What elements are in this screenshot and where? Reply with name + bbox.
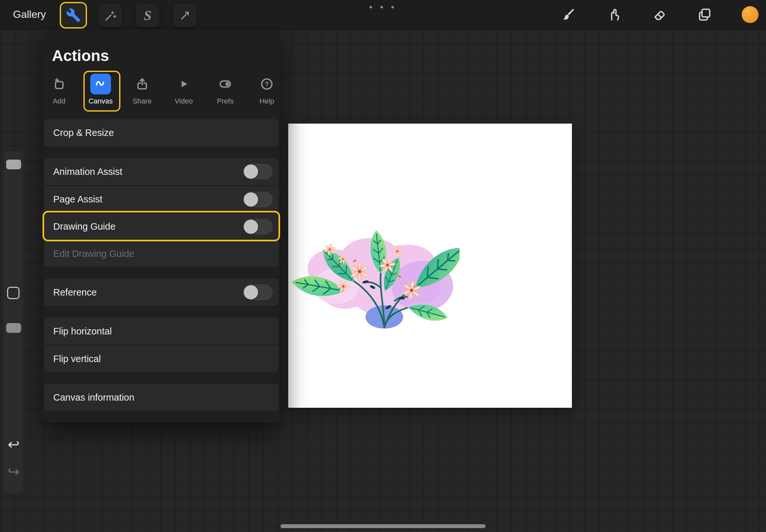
- row-crop-resize[interactable]: Crop & Resize: [44, 119, 278, 146]
- home-indicator[interactable]: [280, 524, 486, 528]
- panel-title: Actions: [52, 47, 280, 65]
- redo-button[interactable]: ↪: [4, 465, 23, 479]
- video-play-icon: [173, 74, 194, 94]
- tab-canvas[interactable]: Canvas: [90, 74, 111, 105]
- paint-tool-button[interactable]: [557, 3, 580, 26]
- row-page-assist[interactable]: Page Assist: [44, 185, 278, 212]
- toggle-knob: [244, 192, 258, 207]
- row-flip-horizontal[interactable]: Flip horizontal: [44, 318, 278, 345]
- tab-video[interactable]: Video: [173, 74, 194, 105]
- share-icon: [132, 74, 152, 94]
- actions-panel: Actions Add Canvas: [43, 29, 280, 422]
- flower-artwork: [287, 210, 460, 333]
- tab-help[interactable]: ? Help: [256, 74, 277, 105]
- tab-add-label: Add: [53, 97, 65, 105]
- help-icon: ?: [256, 74, 277, 94]
- redo-icon: ↪: [8, 464, 20, 479]
- modify-button[interactable]: [7, 287, 19, 299]
- toggle-knob: [244, 285, 258, 299]
- canvas-icon: [90, 74, 111, 94]
- smudge-finger-icon: [607, 7, 621, 22]
- layers-button[interactable]: [693, 3, 716, 26]
- add-icon: [49, 74, 69, 94]
- tab-prefs-label: Prefs: [217, 97, 233, 105]
- top-toolbar: Gallery S • • •: [0, 0, 766, 29]
- prefs-toggle-icon: [215, 74, 236, 94]
- svg-text:?: ?: [265, 80, 269, 88]
- actions-menu: Crop & Resize Animation Assist Page Assi…: [43, 119, 280, 411]
- row-flip-vertical[interactable]: Flip vertical: [44, 345, 278, 372]
- row-reference[interactable]: Reference: [44, 279, 278, 306]
- layers-icon: [698, 7, 712, 22]
- actions-tabs: Add Canvas Share V: [43, 74, 280, 105]
- eraser-icon: [652, 7, 666, 22]
- undo-button[interactable]: ↩: [4, 437, 23, 452]
- sidebar: ↩ ↪: [4, 151, 23, 493]
- tab-help-label: Help: [259, 97, 274, 105]
- undo-icon: ↩: [8, 436, 20, 452]
- toggle-knob: [244, 220, 258, 234]
- canvas[interactable]: [288, 124, 572, 408]
- brush-size-slider[interactable]: [6, 160, 21, 169]
- tab-share[interactable]: Share: [132, 74, 152, 105]
- drawing-guide-toggle[interactable]: [243, 219, 273, 235]
- row-edit-drawing-guide: Edit Drawing Guide: [44, 240, 278, 267]
- tab-add[interactable]: Add: [49, 74, 69, 105]
- animation-assist-toggle[interactable]: [243, 164, 273, 179]
- color-button[interactable]: [742, 6, 759, 23]
- smudge-tool-button[interactable]: [602, 3, 625, 26]
- reference-toggle[interactable]: [243, 284, 273, 300]
- tab-share-label: Share: [133, 97, 152, 105]
- eraser-tool-button[interactable]: [648, 3, 671, 26]
- tab-prefs[interactable]: Prefs: [215, 74, 236, 105]
- toggle-knob: [244, 164, 258, 179]
- brush-icon: [561, 7, 576, 22]
- tab-canvas-label: Canvas: [89, 97, 113, 105]
- tab-video-label: Video: [175, 97, 193, 105]
- page-assist-toggle[interactable]: [243, 192, 273, 207]
- row-animation-assist[interactable]: Animation Assist: [44, 158, 278, 185]
- brush-opacity-slider[interactable]: [6, 323, 21, 333]
- row-canvas-information[interactable]: Canvas information: [44, 384, 278, 411]
- row-drawing-guide[interactable]: Drawing Guide: [44, 212, 278, 240]
